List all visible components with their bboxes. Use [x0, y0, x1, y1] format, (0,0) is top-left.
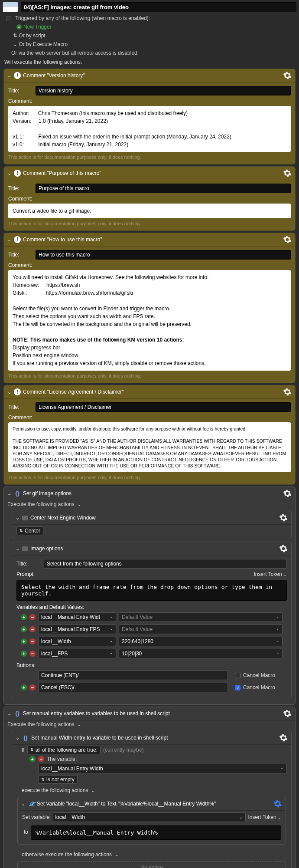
- group-set-manual-entry-vars[interactable]: ⌄ {} Set manual entry variables to varia…: [3, 707, 296, 868]
- chevron-down-icon[interactable]: ⌄: [77, 501, 81, 507]
- gear-icon[interactable]: [283, 709, 292, 718]
- add-condition-button[interactable]: +: [29, 756, 36, 762]
- macro-icon[interactable]: [3, 2, 18, 12]
- disclosure-icon[interactable]: ⌄: [16, 515, 20, 521]
- insert-token-button[interactable]: Insert Token ⌄: [254, 571, 287, 577]
- comment-body[interactable]: You will need to install Gifski via Home…: [8, 270, 291, 371]
- remove-var-button[interactable]: −: [29, 638, 36, 644]
- add-var-button[interactable]: +: [21, 626, 27, 632]
- button-label-input[interactable]: [38, 671, 228, 680]
- comment-action-version-history[interactable]: ⌄ ! Comment "Version history" Title: Com…: [3, 69, 296, 164]
- comment-title-input[interactable]: [36, 402, 291, 412]
- variable-row: +−local__Manual Entry FPS⌄Default Value⌄: [16, 623, 287, 635]
- button-label-input[interactable]: [38, 683, 228, 692]
- no-action-dropzone[interactable]: No Action: [17, 861, 286, 868]
- disclosure-icon[interactable]: ⌄: [7, 171, 12, 176]
- condition-variable-select[interactable]: local__Manual Entry Width⌄: [38, 764, 287, 773]
- comment-footer: This action is for documentation purpose…: [8, 152, 291, 160]
- var-value-input[interactable]: Default Value⌄: [119, 612, 283, 622]
- remove-button-button[interactable]: −: [29, 684, 36, 690]
- if-label: If: [22, 747, 25, 753]
- group-icon: {}: [14, 490, 21, 497]
- action-head-label: Set manual Width entry to variable to be…: [31, 735, 168, 741]
- prompt-label: Prompt:: [16, 571, 35, 577]
- comment-action-license[interactable]: ⌄ ! Comment "License Agreement / Disclai…: [3, 385, 296, 485]
- disclosure-icon[interactable]: ⌄: [7, 73, 12, 79]
- var-name-select[interactable]: local__Manual Entry Widt⌄: [38, 612, 116, 622]
- prompt-title-input[interactable]: [44, 559, 287, 569]
- gear-icon[interactable]: [283, 388, 292, 396]
- gear-icon[interactable]: [283, 169, 292, 178]
- gear-icon[interactable]: [283, 489, 292, 498]
- comment-title-input[interactable]: [36, 250, 291, 260]
- chevron-down-icon[interactable]: ⌄: [114, 852, 119, 858]
- variable-row: +−local__FPS⌄10|20|30⌄: [16, 648, 287, 660]
- title-label: Title:: [8, 404, 32, 410]
- action-set-variable-local-width[interactable]: ⌄ 𝒳 Set Variable "local__Width" to Text …: [17, 797, 286, 845]
- add-var-button[interactable]: +: [21, 614, 27, 620]
- new-trigger-button[interactable]: + New Trigger: [16, 24, 295, 30]
- gear-icon[interactable]: [279, 733, 288, 742]
- action-head-label: Center Next Engine Window: [30, 515, 96, 521]
- comment-title-input[interactable]: [36, 184, 291, 193]
- trigger-enabled-checkbox[interactable]: [6, 16, 11, 21]
- chevron-down-icon[interactable]: ⌄: [77, 721, 81, 727]
- comment-title-input[interactable]: [36, 86, 291, 95]
- action-image-options[interactable]: ⌄ Image options Title: Prompt: Insert To…: [12, 542, 292, 698]
- chevron-down-icon[interactable]: ⌄: [91, 787, 95, 793]
- gear-icon[interactable]: [279, 544, 288, 553]
- set-variable-value-textarea[interactable]: %Variable%local__Manual Entry Width%: [31, 825, 281, 840]
- gear-icon[interactable]: [273, 799, 282, 808]
- disclosure-icon[interactable]: ⌄: [7, 491, 12, 496]
- var-value-input[interactable]: 320|640|1280⌄: [119, 637, 283, 646]
- action-head-label: Comment "Version history": [23, 72, 85, 79]
- action-if-manual-width-entry[interactable]: ⌄ {} Set manual Width entry to variable …: [12, 731, 292, 868]
- macro-title-input[interactable]: [21, 2, 296, 12]
- set-variable-name-select[interactable]: local__Width⌄: [52, 812, 245, 822]
- to-label: to: [22, 825, 28, 835]
- gear-icon[interactable]: [283, 71, 292, 80]
- var-name-select[interactable]: local__Manual Entry FPS⌄: [38, 625, 116, 634]
- execute-following-label: execute the following actions: [22, 787, 88, 793]
- all-following-select[interactable]: ⇅all of the following are true:: [27, 746, 101, 754]
- group-set-gif-image-options[interactable]: ⌄ {} Set gif image options Execute the f…: [3, 487, 296, 705]
- remove-var-button[interactable]: −: [29, 614, 36, 620]
- var-name-select[interactable]: local__FPS⌄: [38, 649, 116, 658]
- disclosure-icon[interactable]: ⌄: [7, 711, 12, 717]
- remove-var-button[interactable]: −: [29, 651, 36, 657]
- comment-action-purpose[interactable]: ⌄ ! Comment "Purpose of this macro" Titl…: [3, 166, 296, 231]
- disclosure-icon[interactable]: ⌄: [16, 735, 20, 741]
- add-var-button[interactable]: +: [21, 651, 27, 657]
- disclosure-icon[interactable]: ⌄: [7, 389, 12, 395]
- or-by-execute-toggle[interactable]: ⌄ Or by Execute Macro: [0, 40, 299, 49]
- gear-icon[interactable]: [283, 235, 292, 244]
- variable-row: +−local__Manual Entry Widt⌄Default Value…: [16, 611, 287, 623]
- disclosure-icon[interactable]: ⌄: [21, 801, 26, 807]
- remove-condition-button[interactable]: −: [38, 756, 44, 762]
- comment-body[interactable]: Convert a video file to a gif image.: [8, 204, 291, 218]
- cancel-macro-checkbox[interactable]: Cancel Macro: [235, 672, 283, 678]
- updown-icon: ⇅: [13, 33, 17, 39]
- var-value-input[interactable]: 10|20|30⌄: [119, 649, 283, 658]
- center-select[interactable]: ⇅Center: [16, 526, 43, 535]
- trigger-header-label: Triggered by any of the following (when …: [15, 15, 150, 21]
- or-by-script-toggle[interactable]: ⇅ Or by script.: [0, 31, 299, 40]
- add-var-button[interactable]: +: [21, 638, 27, 644]
- var-name-select[interactable]: local__Width⌄: [38, 637, 116, 646]
- gear-icon[interactable]: [279, 513, 288, 522]
- comment-action-howto[interactable]: ⌄ ! Comment "How to use this macro" Titl…: [3, 233, 296, 383]
- is-not-empty-select[interactable]: ⇅is not empty: [38, 775, 78, 784]
- disclosure-icon[interactable]: ⌄: [16, 546, 20, 552]
- button-definition-row: Cancel Macro: [16, 669, 287, 681]
- insert-token-button[interactable]: Insert Token ⌄: [248, 814, 282, 820]
- plus-icon: +: [16, 24, 22, 30]
- remove-var-button[interactable]: −: [29, 626, 36, 632]
- prompt-textarea[interactable]: Select the width and frame rate from the…: [16, 580, 287, 601]
- var-value-input[interactable]: Default Value⌄: [119, 625, 283, 634]
- disclosure-icon[interactable]: ⌄: [7, 237, 12, 243]
- cancel-macro-checkbox[interactable]: Cancel Macro: [235, 684, 283, 690]
- action-center-next-engine-window[interactable]: ⌄ Center Next Engine Window ⇅Center: [12, 511, 292, 538]
- add-button-button[interactable]: +: [21, 684, 27, 690]
- comment-body[interactable]: Author: Chris Thomerson (this macro may …: [8, 106, 291, 152]
- comment-body[interactable]: Permission to use, copy, modify, and/or …: [8, 422, 291, 472]
